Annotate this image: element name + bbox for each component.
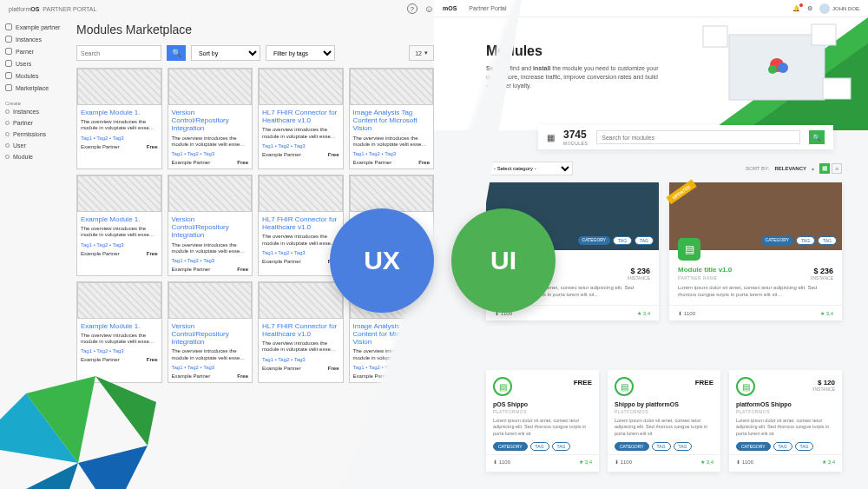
create-item[interactable]: Permissions bbox=[5, 129, 62, 140]
category-pill[interactable]: CATEGORY bbox=[578, 236, 611, 245]
create-item[interactable]: Instances bbox=[5, 106, 62, 117]
create-item[interactable]: User bbox=[5, 140, 62, 151]
module-search-button[interactable]: 🔍 bbox=[809, 130, 825, 144]
sidebar-item-label: Example partner bbox=[16, 24, 60, 30]
sort-select[interactable]: Sort by bbox=[191, 45, 260, 61]
tag-pill[interactable]: TAG bbox=[773, 442, 792, 451]
list-view-icon[interactable]: ≡ bbox=[832, 163, 842, 174]
tag-pill[interactable]: TAG bbox=[530, 442, 549, 451]
tag-pill[interactable]: TAG bbox=[613, 236, 632, 245]
filter-select[interactable]: Filter by tags bbox=[266, 45, 335, 61]
card-price: Free bbox=[237, 373, 248, 379]
grid-view-icon[interactable]: ▦ bbox=[819, 163, 830, 174]
tag-pill[interactable]: TAG bbox=[552, 442, 571, 451]
stats-search-bar: ▦ 3745 MODULES 🔍 bbox=[538, 125, 833, 149]
sidebar-item-label: Modules bbox=[16, 73, 38, 79]
price-unit: /INSTANCE bbox=[628, 275, 650, 281]
svg-point-8 bbox=[768, 65, 777, 74]
tag-pill[interactable]: TAG bbox=[635, 236, 654, 245]
brand: mOS bbox=[443, 5, 457, 11]
card-overview: The overview introduces the module in vo… bbox=[81, 119, 158, 131]
help-icon[interactable]: ? bbox=[407, 3, 418, 14]
card-overview: The overview introduces the module in vo… bbox=[262, 234, 339, 246]
card-title: Example Module 1. bbox=[81, 109, 158, 116]
category-pill[interactable]: CATEGORY bbox=[736, 442, 771, 451]
card-tags: Tag1 • Tag2 • Tag3 bbox=[262, 143, 339, 149]
tag-row: CATEGORYTAGTAG bbox=[493, 442, 592, 451]
module-card[interactable]: Example Module 1. The overview introduce… bbox=[76, 68, 162, 169]
module-card[interactable]: ▤ $ 120/INSTANCE platformOS Shippo PLATF… bbox=[729, 370, 842, 472]
tag-pill[interactable]: TAG bbox=[796, 236, 815, 245]
hero-text: Search, find and install the module you … bbox=[486, 64, 660, 89]
gear-icon[interactable]: ⚙ bbox=[807, 5, 812, 12]
sidebar-item-label: Marketplace bbox=[16, 85, 49, 91]
card-overview: The overview introduces the module in vo… bbox=[353, 348, 431, 360]
sidebar-item[interactable]: Parner bbox=[5, 45, 62, 57]
user-icon[interactable]: ☺ bbox=[424, 3, 434, 14]
category-pill[interactable]: CATEGORY bbox=[493, 442, 528, 451]
breadcrumb[interactable]: Partner Portal bbox=[469, 5, 506, 11]
tag-pill[interactable]: TAG bbox=[795, 442, 814, 451]
rating: ★ 3,4 bbox=[820, 310, 833, 316]
thumb-placeholder bbox=[259, 69, 343, 105]
sort-value[interactable]: RELEVANCY bbox=[774, 166, 806, 171]
card-tags: Tag1 • Tag2 • Tag3 bbox=[353, 365, 431, 370]
category-pill[interactable]: CATEGORY bbox=[615, 442, 649, 451]
search-input[interactable] bbox=[76, 45, 161, 61]
card-partner: Example Partner bbox=[172, 267, 211, 272]
card-partner: PLATFORMOS bbox=[615, 409, 713, 414]
tag-pill[interactable]: TAG bbox=[818, 236, 837, 245]
card-tags: Tag1 • Tag2 • Tag3 bbox=[262, 250, 339, 255]
user-menu[interactable]: JOHN DOE bbox=[819, 3, 859, 14]
featured-card[interactable]: UPDATED ▤ CATEGORY TAG TAG $ 236/INSTANC… bbox=[669, 182, 842, 320]
module-card[interactable]: ▤ FREE pOS Shippo PLATFORMOS Lorem ipsum… bbox=[486, 370, 599, 472]
per-page-select[interactable]: 12 ▾ bbox=[409, 45, 434, 61]
svg-rect-4 bbox=[812, 24, 836, 45]
create-item[interactable]: Partner bbox=[5, 117, 62, 129]
module-card[interactable]: HL7 FHIR Connector for Healthcare v1.0 T… bbox=[258, 281, 344, 383]
module-card[interactable]: Example Module 1. The overview introduce… bbox=[76, 175, 162, 276]
category-pill[interactable]: CATEGORY bbox=[761, 236, 794, 245]
card-partner: Example Partner bbox=[262, 152, 301, 157]
card-tags: Tag1 • Tag2 • Tag3 bbox=[262, 357, 339, 362]
bell-icon[interactable]: 🔔 bbox=[792, 5, 800, 12]
bullet-icon bbox=[5, 155, 10, 159]
card-price: Free bbox=[237, 267, 248, 272]
card-price: Free bbox=[237, 160, 248, 165]
svg-rect-5 bbox=[823, 78, 851, 99]
sidebar-item-label: Parner bbox=[16, 49, 34, 55]
rating: ★ 3,4 bbox=[822, 459, 835, 465]
sidebar-item[interactable]: Users bbox=[5, 57, 62, 69]
module-card[interactable]: Version Control/Repository Integration T… bbox=[168, 175, 253, 276]
sidebar-item-label: Instances bbox=[16, 36, 42, 43]
module-card[interactable]: ▤ FREE Shippo by platformOS PLATFORMOS L… bbox=[608, 370, 720, 472]
module-card[interactable]: Image Analysis Tag Content for Microsoft… bbox=[349, 68, 435, 169]
card-tags: Tag1 • Tag2 • Tag3 bbox=[353, 151, 431, 156]
brand: platformOS PARTNER PORTAL bbox=[9, 6, 96, 12]
thumb-placeholder bbox=[350, 69, 434, 105]
thumb-placeholder bbox=[259, 282, 343, 319]
module-search-input[interactable] bbox=[596, 130, 800, 144]
tag-pill[interactable]: TAG bbox=[652, 442, 671, 451]
sidebar-item[interactable]: Modules bbox=[5, 69, 62, 82]
thumb-placeholder bbox=[350, 175, 434, 212]
sidebar-item[interactable]: Example partner bbox=[5, 21, 62, 33]
sidebar-item[interactable]: Marketplace bbox=[5, 82, 62, 94]
category-select[interactable]: - Select category - bbox=[486, 162, 573, 175]
module-card[interactable]: HL7 FHIR Connector for Healthcare v1.0 T… bbox=[258, 68, 344, 169]
tag-row: CATEGORY TAG TAG bbox=[578, 236, 654, 245]
create-item[interactable]: Module bbox=[5, 151, 62, 162]
search-button[interactable]: 🔍 bbox=[167, 45, 186, 61]
download-count: ⬇ 1100 bbox=[493, 459, 510, 465]
tag-pill[interactable]: TAG bbox=[674, 442, 693, 451]
card-overview: The overview introduces the module in vo… bbox=[172, 348, 249, 360]
module-card[interactable]: Version Control/Repository Integration T… bbox=[168, 68, 253, 169]
card-desc: Lorem ipsum dolor sit amet, consec tetur… bbox=[493, 418, 592, 437]
module-count: 3745 bbox=[563, 129, 588, 141]
create-item-label: Permissions bbox=[13, 131, 46, 137]
sidebar-item[interactable]: Instances bbox=[5, 33, 62, 45]
svg-rect-3 bbox=[703, 26, 727, 47]
price-unit: /INSTANCE bbox=[812, 387, 835, 392]
ui-badge: UI bbox=[451, 208, 556, 313]
modules-icon: ▦ bbox=[547, 133, 555, 142]
